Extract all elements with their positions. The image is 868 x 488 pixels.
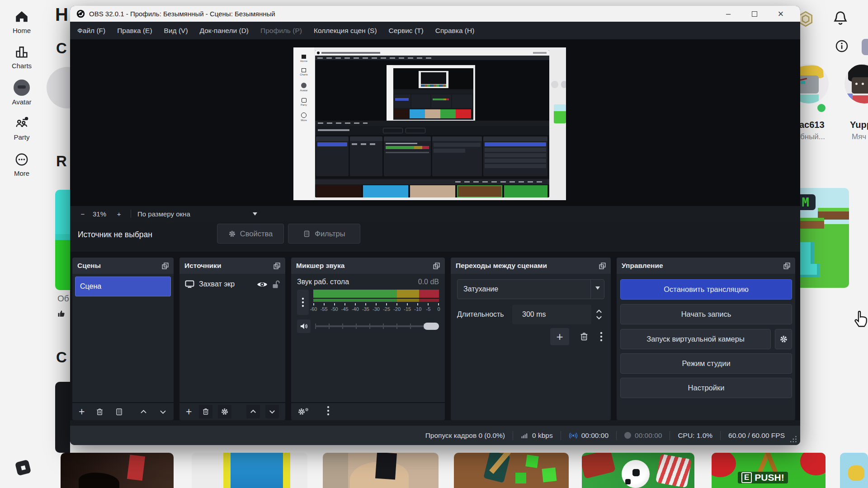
panel-title: Переходы между сценами [456, 262, 547, 270]
stop-stream-button[interactable]: Остановить трансляцию [620, 279, 792, 300]
game-tile-partial-dark[interactable] [55, 382, 70, 453]
obs-menubar: Файл (F) Правка (E) Вид (V) Док-панели (… [70, 22, 800, 39]
remove-scene-button trash-icon[interactable] [95, 408, 104, 416]
studio-mode-button[interactable]: Режим студии [620, 353, 792, 374]
maximize-button[interactable] [741, 6, 768, 22]
scene-list-item[interactable]: Сцена [75, 277, 171, 296]
game-tile-7[interactable] [840, 453, 868, 488]
fit-to-window-select[interactable]: По размеру окна [137, 210, 190, 218]
mute-button[interactable] [297, 319, 311, 333]
zoom-dropdown-arrow-icon[interactable] [253, 212, 257, 218]
remove-source-button[interactable] [199, 405, 212, 418]
scene-filters-button filter-icon[interactable] [115, 408, 123, 416]
settings-button[interactable]: Настройки [620, 378, 792, 398]
friend-name[interactable]: ac613 [799, 120, 825, 130]
add-source-button[interactable]: + [186, 407, 192, 416]
move-scene-up-button chevron-up-icon[interactable] [139, 408, 148, 416]
scenes-panel: Сцены Сцена + [72, 258, 174, 420]
sidebar-item-label: More [14, 169, 29, 177]
duration-input[interactable]: 300 ms [512, 305, 591, 324]
menu-item-scene-collection[interactable]: Коллекция сцен (S) [314, 27, 377, 35]
game-caption-partial: Об [57, 294, 69, 304]
obs-window: OBS 32.0.1 - Профиль: Безымянный - Сцены… [70, 6, 800, 445]
add-transition-button[interactable]: + [550, 328, 569, 345]
sidebar-item-home[interactable]: Home [0, 9, 43, 34]
advanced-audio-button[interactable] [297, 408, 309, 416]
minimize-button[interactable]: – [715, 6, 741, 22]
move-scene-down-button chevron-down-icon[interactable] [159, 408, 167, 416]
transitions-panel-header[interactable]: Переходы между сценами [451, 258, 611, 274]
game-tile-3[interactable] [323, 453, 439, 488]
zoom-out-button[interactable]: − [78, 210, 87, 218]
mixer-kebab-button[interactable] [297, 290, 309, 315]
slider-handle[interactable] [424, 323, 439, 330]
visibility-eye-icon[interactable] [257, 281, 268, 288]
game-tile-4[interactable] [454, 453, 569, 488]
source-properties-button[interactable] [218, 405, 231, 418]
game-tile-6[interactable]: E PUSH! [712, 453, 826, 488]
move-source-up-button[interactable] [246, 405, 260, 418]
virtual-camera-settings-button[interactable] [775, 329, 792, 349]
zoom-in-button[interactable]: + [114, 210, 123, 218]
sidebar-item-label: Party [14, 133, 29, 141]
notification-bell-icon[interactable] [832, 9, 849, 27]
transition-menu-button[interactable] [600, 332, 603, 343]
dropped-frames-status: Пропуск кадров 0 (0.0%) [425, 432, 505, 440]
sources-toolbar: + [179, 402, 285, 420]
menu-item-profile[interactable]: Профиль (P) [260, 27, 302, 35]
filters-button[interactable]: Фильтры [288, 224, 360, 244]
menu-item-edit[interactable]: Правка (E) [117, 27, 152, 35]
volume-slider[interactable] [315, 319, 439, 333]
heading-partial-recommended: R [56, 153, 67, 170]
scenes-panel-header[interactable]: Сцены [72, 258, 174, 274]
sources-panel-header[interactable]: Источники [179, 258, 285, 274]
kebab-icon [327, 406, 330, 416]
obs-titlebar[interactable]: OBS 32.0.1 - Профиль: Безымянный - Сцены… [70, 6, 800, 22]
push-key-badge: E [741, 472, 752, 483]
mixer-menu-button[interactable] [327, 406, 330, 418]
move-source-down-button[interactable] [265, 405, 279, 418]
lock-open-icon[interactable] [272, 280, 280, 289]
avatar-icon [14, 80, 30, 96]
friend-avatar[interactable] [844, 64, 868, 103]
mixer-panel-header[interactable]: Микшер звука [291, 258, 445, 274]
game-tile-2[interactable] [192, 453, 307, 488]
float-panel-icon[interactable] [274, 263, 280, 269]
game-tile-1[interactable] [61, 453, 174, 488]
float-panel-icon[interactable] [433, 263, 440, 269]
float-panel-icon[interactable] [783, 263, 790, 269]
duration-spin-up-button chevron-up-icon[interactable] [595, 307, 603, 314]
db-tick-marks [313, 303, 439, 305]
sidebar-item-charts[interactable]: Charts [0, 44, 43, 70]
close-button[interactable]: × [768, 6, 794, 22]
speaker-icon [299, 322, 308, 331]
game-tile-5[interactable] [582, 453, 694, 488]
remove-transition-button trash-icon[interactable] [579, 332, 589, 342]
menu-item-docks[interactable]: Док-панели (D) [200, 27, 249, 35]
scenes-toolbar: + [72, 402, 174, 420]
info-icon[interactable] [835, 39, 849, 53]
menu-item-view[interactable]: Вид (V) [164, 27, 188, 35]
menu-item-help[interactable]: Справка (H) [435, 27, 475, 35]
game-tile-partial-left[interactable] [55, 190, 70, 290]
sidebar-item-party[interactable]: Party [0, 116, 43, 141]
source-list-item[interactable]: Захват экр [179, 275, 285, 294]
transition-select[interactable]: Затухание [457, 279, 604, 299]
preview-area[interactable]: Home Charts Avatar Party More H [70, 39, 800, 206]
start-record-button[interactable]: Начать запись [620, 304, 792, 324]
float-panel-icon[interactable] [599, 263, 606, 269]
record-time-status: 00:00:00 [624, 432, 662, 440]
menu-item-tools[interactable]: Сервис (T) [389, 27, 424, 35]
virtual-camera-button[interactable]: Запуск виртуальной камеры [620, 329, 771, 349]
sidebar-item-more[interactable]: More [0, 152, 43, 177]
fps-status: 60.00 / 60.00 FPS [728, 432, 785, 440]
sidebar-item-avatar[interactable]: Avatar [0, 80, 43, 106]
menu-item-file[interactable]: Файл (F) [77, 27, 105, 35]
float-panel-icon[interactable] [162, 263, 169, 269]
properties-button[interactable]: Свойства [217, 224, 284, 244]
resize-grip[interactable] [790, 436, 797, 443]
controls-panel-header[interactable]: Управление [617, 258, 795, 274]
add-scene-button[interactable]: + [79, 407, 85, 416]
friend-name[interactable]: Yupp [850, 120, 868, 130]
duration-spin-down-button chevron-down-icon[interactable] [595, 314, 603, 322]
